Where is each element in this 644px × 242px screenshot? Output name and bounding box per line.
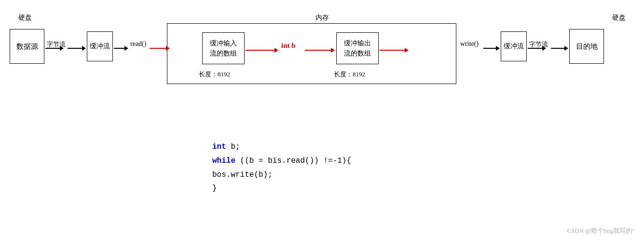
arrow-bufin-intb xyxy=(246,48,278,53)
box-buffer-left: 缓冲流 xyxy=(87,31,113,61)
code-keyword-int: int xyxy=(212,142,226,151)
label-bytestream-right: 字节流 xyxy=(529,40,548,49)
arrow-bytestream-buffer-left xyxy=(68,46,86,51)
arrow-bufout-write xyxy=(380,48,409,53)
code-line-3: bos.write(b); xyxy=(212,168,351,182)
box-buffer-right: 缓冲流 xyxy=(501,31,527,61)
code-line-4: } xyxy=(212,182,351,196)
code-line-1: int b; xyxy=(212,140,351,154)
code-block: int b; while ((b = bis.read()) !=-1){ bo… xyxy=(212,140,351,196)
arrow-buffer-to-read xyxy=(114,46,128,51)
box-buffer-input: 缓冲输入 流的数组 xyxy=(202,32,245,64)
label-length-left: 长度：8192 xyxy=(199,70,230,79)
box-datasource: 数据源 xyxy=(10,29,44,64)
label-bytestream-left: 字节流 xyxy=(47,40,66,49)
code-line1-rest: b; xyxy=(226,142,240,151)
label-write: write() xyxy=(460,40,479,48)
arrow-read-to-memory xyxy=(150,46,170,51)
label-intb: int b xyxy=(281,42,296,50)
code-line-2: while ((b = bis.read()) !=-1){ xyxy=(212,154,351,168)
watermark: CSDN @那个bug我写的° xyxy=(567,227,634,235)
arrow-write-to-buffer-right xyxy=(483,46,500,51)
box-destination: 目的地 xyxy=(569,29,604,64)
arrow-intb-bufout xyxy=(305,48,335,53)
box-buffer-output: 缓冲输出 流的数组 xyxy=(336,32,379,64)
code-line2-rest: ((b = bis.read()) !=-1){ xyxy=(235,157,351,165)
label-read: read() xyxy=(130,40,146,48)
arrow-bytestream-to-dest xyxy=(551,46,568,51)
memory-outer-box: 缓冲输入 流的数组 长度：8192 int b 缓冲输出 流的数组 长度：819… xyxy=(167,23,456,84)
label-length-right: 长度：8192 xyxy=(334,70,365,79)
label-memory: 内存 xyxy=(0,14,644,22)
code-keyword-while: while xyxy=(212,157,235,165)
